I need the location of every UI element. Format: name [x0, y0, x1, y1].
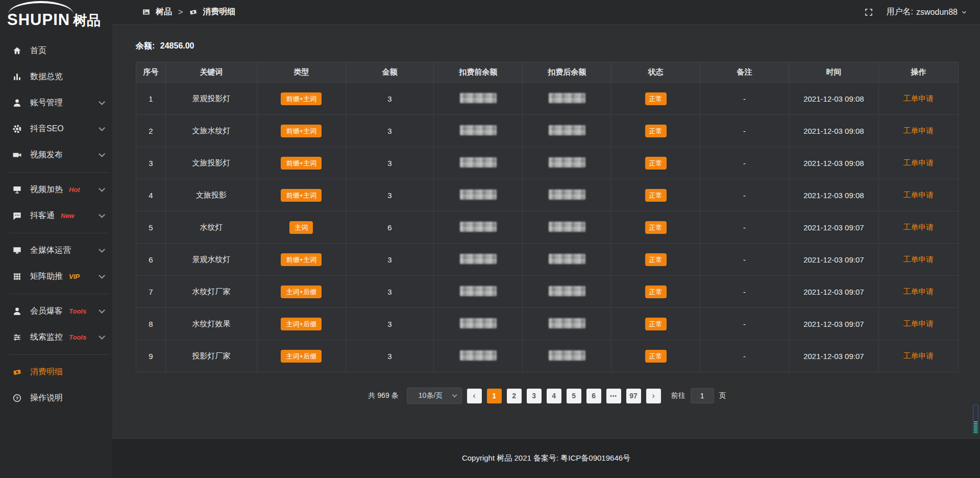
sidebar-item-data-overview[interactable]: 数据总览: [0, 64, 112, 90]
balance-label: 余额:: [136, 41, 155, 50]
work-order-link[interactable]: 工单申请: [903, 190, 934, 199]
chevron-down-icon: [961, 9, 968, 16]
brand-logo: SHUPIN 树品: [0, 0, 112, 30]
sidebar-item-douketong[interactable]: 抖客通 New: [0, 203, 112, 229]
redacted-balance: [549, 286, 585, 296]
chevron-down-icon: [99, 211, 105, 218]
goto-page-input[interactable]: [691, 388, 714, 403]
sidebar-item-clue-monitor[interactable]: 线索监控 Tools: [0, 324, 112, 350]
page-button-6[interactable]: 6: [586, 389, 601, 403]
work-order-link[interactable]: 工单申请: [903, 126, 934, 135]
sidebar-item-home[interactable]: 首页: [0, 38, 112, 64]
status-badge: 正常: [645, 157, 667, 170]
user-icon: [12, 306, 22, 316]
chevron-down-icon: [99, 246, 105, 253]
sidebar-item-media-ops[interactable]: 全媒体运营: [0, 237, 112, 264]
gear-icon: [12, 124, 22, 134]
chevron-down-icon: [99, 185, 105, 192]
page-button-1[interactable]: 1: [487, 389, 502, 403]
work-order-link[interactable]: 工单申请: [903, 255, 934, 264]
tools-tag: Tools: [69, 333, 86, 341]
sidebar-item-label: 抖客通: [30, 210, 55, 221]
sidebar-item-matrix-boost[interactable]: 矩阵助推 VIP: [0, 264, 112, 290]
redacted-balance: [460, 254, 497, 264]
work-order-link[interactable]: 工单申请: [903, 94, 934, 103]
cell-time: 2021-12-03 09:07: [789, 340, 879, 372]
cell-amount: 3: [346, 83, 433, 115]
prev-page-button[interactable]: ‹: [467, 389, 482, 403]
cell-type: 前缀+主词: [257, 244, 346, 276]
cell-amount: 3: [346, 179, 433, 211]
cell-balance-before: [434, 83, 523, 115]
sidebar-divider: [9, 294, 109, 294]
page-button-5[interactable]: 5: [567, 389, 581, 403]
col-header-index: 序号: [136, 62, 166, 83]
sidebar-item-video-publish[interactable]: 视频发布: [0, 142, 112, 168]
cell-balance-after: [523, 83, 611, 115]
work-order-link[interactable]: 工单申请: [903, 287, 934, 296]
sidebar: SHUPIN 树品 首页 数据总览 账号管理: [0, 0, 112, 478]
cell-balance-before: [434, 340, 523, 372]
redacted-balance: [460, 157, 497, 168]
bar-chart-icon: [12, 72, 22, 82]
work-order-link[interactable]: 工单申请: [903, 319, 934, 328]
chevron-down-icon: [99, 333, 105, 340]
page-size-select[interactable]: 10条/页: [407, 388, 462, 404]
type-badge: 主词+后缀: [281, 285, 322, 298]
cell-index: 6: [136, 244, 166, 276]
fullscreen-icon[interactable]: [864, 8, 873, 17]
sliders-icon: [12, 332, 22, 342]
chevron-down-icon: [99, 125, 105, 131]
sidebar-item-label: 矩阵助推: [30, 271, 63, 282]
work-order-link[interactable]: 工单申请: [903, 351, 934, 360]
more-pages-button[interactable]: •••: [606, 389, 621, 403]
cell-action: 工单申请: [878, 147, 958, 179]
type-badge: 主词: [289, 221, 313, 234]
status-badge: 正常: [645, 285, 667, 298]
page-button-3[interactable]: 3: [527, 389, 542, 403]
redacted-balance: [549, 125, 585, 135]
redacted-balance: [549, 93, 585, 103]
cell-note: -: [700, 115, 789, 147]
sidebar-item-label: 首页: [30, 45, 46, 56]
cell-balance-before: [434, 244, 523, 276]
page-button-4[interactable]: 4: [547, 389, 561, 403]
cell-amount: 3: [346, 308, 433, 340]
display-icon: [12, 185, 22, 195]
next-page-button[interactable]: ›: [646, 389, 661, 403]
sidebar-divider: [9, 354, 109, 355]
sidebar-item-member-burst[interactable]: 会员爆客 Tools: [0, 298, 112, 324]
cell-balance-before: [434, 308, 523, 340]
work-order-link[interactable]: 工单申请: [903, 223, 934, 231]
cell-type: 主词+后缀: [257, 276, 346, 308]
sidebar-item-video-heat[interactable]: 视频加热 Hot: [0, 177, 112, 203]
page-button-2[interactable]: 2: [507, 389, 522, 403]
work-order-link[interactable]: 工单申请: [903, 158, 934, 167]
user-menu[interactable]: 用户名: zswodun88: [887, 7, 968, 17]
sidebar-item-instructions[interactable]: ? 操作说明: [0, 385, 112, 411]
cell-status: 正常: [611, 115, 700, 147]
cell-type: 前缀+主词: [257, 147, 346, 179]
page-size-value: 10条/页: [419, 391, 443, 400]
sidebar-item-douyin-seo[interactable]: 抖音SEO: [0, 116, 112, 142]
cell-amount: 3: [346, 276, 433, 308]
cell-balance-after: [523, 115, 611, 147]
sidebar-item-label: 操作说明: [30, 393, 63, 403]
corner-scroll-widget[interactable]: [973, 404, 978, 434]
status-badge: 正常: [645, 189, 667, 202]
cell-amount: 6: [346, 211, 433, 244]
table-row: 5 水纹灯 主词 6 正常 - 2021-12-03 09:07 工单申请: [136, 211, 959, 244]
logo-arc-decoration: [8, 1, 74, 14]
balance-value: 24856.00: [160, 41, 194, 50]
tools-tag: Tools: [69, 307, 86, 315]
cell-keyword: 景观水纹灯: [165, 244, 257, 276]
breadcrumb-home[interactable]: 树品: [156, 7, 172, 17]
cell-note: -: [700, 340, 789, 372]
chat-bubble-icon: [12, 211, 22, 221]
sidebar-item-account[interactable]: 账号管理: [0, 90, 112, 116]
type-badge: 前缀+主词: [281, 125, 322, 137]
sidebar-item-consume-detail[interactable]: 消费明细: [0, 359, 112, 385]
sidebar-divider: [9, 172, 109, 173]
page-button-97[interactable]: 97: [626, 389, 641, 403]
cell-note: -: [700, 276, 789, 308]
